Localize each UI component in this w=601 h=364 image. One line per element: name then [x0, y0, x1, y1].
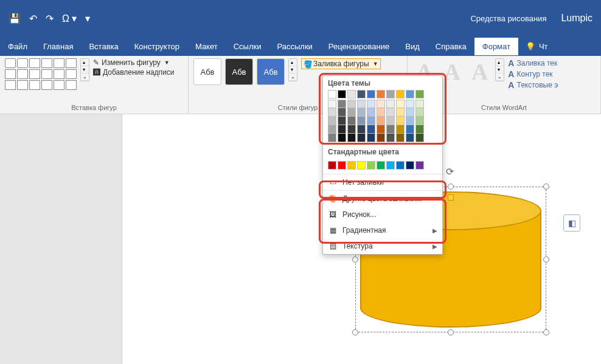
color-swatch[interactable] [386, 108, 395, 117]
color-swatch[interactable] [377, 90, 385, 98]
color-swatch[interactable] [328, 125, 336, 134]
picture-fill-item[interactable]: 🖼 Рисунок... [323, 207, 442, 222]
text-fill-button[interactable]: AЗаливка тек [508, 58, 558, 68]
color-swatch[interactable] [357, 161, 366, 170]
color-swatch[interactable] [377, 100, 385, 108]
color-swatch[interactable] [367, 108, 375, 117]
color-swatch[interactable] [386, 100, 395, 108]
color-swatch[interactable] [377, 108, 385, 117]
shapes-gallery[interactable] [5, 58, 77, 90]
color-swatch[interactable] [415, 125, 424, 134]
color-swatch[interactable] [338, 125, 346, 134]
color-swatch[interactable] [357, 90, 366, 98]
wordart-thumb-2[interactable]: A [440, 58, 464, 85]
resize-handle-t[interactable] [448, 184, 454, 190]
color-swatch[interactable] [357, 108, 366, 117]
color-swatch[interactable] [347, 161, 356, 170]
color-swatch[interactable] [415, 100, 424, 108]
shape-fill-button[interactable]: 🪣 Заливка фигуры ▼ [301, 58, 381, 69]
tab-home[interactable]: Главная [35, 38, 81, 55]
color-swatch[interactable] [377, 125, 385, 134]
color-swatch[interactable] [338, 134, 346, 142]
color-swatch[interactable] [338, 108, 346, 117]
color-swatch[interactable] [357, 100, 366, 108]
color-swatch[interactable] [347, 90, 356, 98]
gradient-fill-item[interactable]: ▦ Градиентная ▶ [323, 222, 442, 238]
color-swatch[interactable] [367, 90, 375, 98]
color-swatch[interactable] [396, 134, 405, 142]
style-gallery-scroll[interactable]: ▴▾⌄ [288, 58, 297, 81]
color-swatch[interactable] [415, 161, 424, 170]
color-swatch[interactable] [396, 161, 405, 170]
text-effects-button[interactable]: AТекстовые э [508, 80, 558, 90]
resize-handle-r[interactable] [543, 256, 549, 263]
color-swatch[interactable] [406, 108, 414, 117]
color-swatch[interactable] [386, 125, 395, 134]
color-swatch[interactable] [415, 108, 424, 117]
resize-handle-l[interactable] [352, 256, 358, 263]
tab-view[interactable]: Вид [397, 38, 428, 55]
color-swatch[interactable] [328, 117, 336, 125]
save-icon[interactable]: 💾 [9, 13, 21, 24]
color-swatch[interactable] [367, 117, 375, 125]
color-swatch[interactable] [347, 134, 356, 142]
color-swatch[interactable] [328, 100, 336, 108]
wordart-thumb-3[interactable]: A [468, 58, 492, 85]
color-swatch[interactable] [386, 117, 395, 125]
redo-icon[interactable]: ↷ [46, 13, 54, 24]
color-swatch[interactable] [357, 117, 366, 125]
color-swatch[interactable] [328, 108, 336, 117]
style-thumb-1[interactable]: Абв [193, 58, 221, 85]
adjustment-handle[interactable] [448, 194, 454, 201]
tab-format[interactable]: Формат [474, 38, 518, 55]
shapes-gallery-scroll[interactable]: ▴▾⌄ [80, 58, 89, 81]
wordart-gallery-scroll[interactable]: ▴▾⌄ [495, 58, 504, 81]
color-swatch[interactable] [396, 90, 405, 98]
text-box-button[interactable]: 🅰 Добавление надписи [93, 68, 175, 77]
color-swatch[interactable] [357, 134, 366, 142]
tab-mailings[interactable]: Рассылки [269, 38, 320, 55]
color-swatch[interactable] [406, 125, 414, 134]
text-outline-button[interactable]: AКонтур тек [508, 69, 558, 79]
more-fill-colors-item[interactable]: 🎨 Другие цвета заливки... [323, 191, 442, 207]
tell-me-search[interactable]: 💡 Чт [518, 42, 548, 51]
tab-review[interactable]: Рецензирование [321, 38, 397, 55]
no-fill-item[interactable]: ▭ Нет заливки [323, 174, 442, 190]
color-swatch[interactable] [415, 90, 424, 98]
color-swatch[interactable] [328, 161, 336, 170]
color-swatch[interactable] [338, 90, 346, 98]
tab-insert[interactable]: Вставка [81, 38, 126, 55]
tab-references[interactable]: Ссылки [226, 38, 269, 55]
color-swatch[interactable] [377, 161, 385, 170]
color-swatch[interactable] [367, 125, 375, 134]
undo-icon[interactable]: ↶ [29, 13, 37, 24]
color-swatch[interactable] [386, 134, 395, 142]
color-swatch[interactable] [367, 100, 375, 108]
resize-handle-bl[interactable] [352, 329, 358, 335]
resize-handle-tr[interactable] [543, 184, 549, 190]
color-swatch[interactable] [415, 134, 424, 142]
color-swatch[interactable] [406, 117, 414, 125]
color-swatch[interactable] [347, 117, 356, 125]
color-swatch[interactable] [386, 90, 395, 98]
color-swatch[interactable] [338, 161, 346, 170]
color-swatch[interactable] [347, 100, 356, 108]
color-swatch[interactable] [367, 134, 375, 142]
texture-fill-item[interactable]: ▤ Текстура ▶ [323, 238, 442, 254]
resize-handle-b[interactable] [448, 329, 454, 335]
tab-layout[interactable]: Макет [187, 38, 226, 55]
color-swatch[interactable] [396, 108, 405, 117]
color-swatch[interactable] [347, 108, 356, 117]
color-swatch[interactable] [396, 100, 405, 108]
color-swatch[interactable] [328, 134, 336, 142]
color-swatch[interactable] [396, 125, 405, 134]
tab-help[interactable]: Справка [428, 38, 474, 55]
color-swatch[interactable] [415, 117, 424, 125]
edit-shape-button[interactable]: ✎ Изменить фигуру ▼ [93, 58, 175, 67]
color-swatch[interactable] [338, 100, 346, 108]
tab-design[interactable]: Конструктор [127, 38, 187, 55]
style-thumb-2[interactable]: Абв [225, 58, 253, 85]
color-swatch[interactable] [357, 125, 366, 134]
color-swatch[interactable] [338, 117, 346, 125]
color-swatch[interactable] [406, 100, 414, 108]
